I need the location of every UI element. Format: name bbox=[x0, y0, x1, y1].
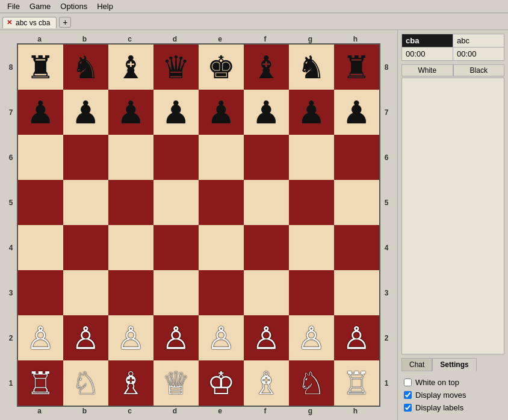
square[interactable]: ♘ bbox=[289, 360, 334, 406]
square[interactable] bbox=[244, 225, 289, 270]
square[interactable] bbox=[289, 180, 334, 225]
square[interactable]: ♟ bbox=[63, 90, 108, 135]
square[interactable] bbox=[153, 180, 199, 225]
square[interactable] bbox=[18, 225, 63, 270]
player-white-time: 00:00 bbox=[453, 48, 504, 61]
square[interactable]: ♟ bbox=[199, 90, 244, 135]
board-with-labels: a b c d e f g h 8 7 6 5 4 3 2 1 bbox=[5, 35, 392, 415]
square[interactable] bbox=[108, 270, 153, 315]
rank-8-right: 8 bbox=[380, 45, 392, 90]
tab-close-icon[interactable]: ✕ bbox=[7, 19, 12, 26]
file-label-f-top: f bbox=[243, 35, 288, 43]
main-area: a b c d e f g h 8 7 6 5 4 3 2 1 bbox=[0, 30, 508, 420]
settings-tab[interactable]: Settings bbox=[432, 358, 476, 371]
square[interactable]: ♞ bbox=[63, 45, 108, 90]
file-label-c-top: c bbox=[107, 35, 152, 43]
square[interactable]: ♗ bbox=[108, 360, 153, 406]
square[interactable] bbox=[153, 135, 199, 180]
square[interactable]: ♟ bbox=[18, 90, 63, 135]
square[interactable]: ♗ bbox=[244, 360, 289, 406]
square[interactable]: ♜ bbox=[334, 45, 379, 90]
square[interactable]: ♟ bbox=[289, 90, 334, 135]
menu-game[interactable]: Game bbox=[25, 1, 55, 12]
square[interactable]: ♛ bbox=[153, 45, 199, 90]
square[interactable] bbox=[289, 225, 334, 270]
display-labels-checkbox[interactable] bbox=[404, 404, 412, 412]
square[interactable]: ♘ bbox=[63, 360, 108, 406]
tab-label: abc vs cba bbox=[16, 19, 50, 27]
square[interactable] bbox=[334, 270, 379, 315]
square[interactable]: ♝ bbox=[244, 45, 289, 90]
chess-board[interactable]: ♜♞♝♛♚♝♞♜♟♟♟♟♟♟♟♟♙♙♙♙♙♙♙♙♖♘♗♕♔♗♘♖ bbox=[17, 43, 380, 407]
black-col-header: Black bbox=[453, 64, 505, 76]
square[interactable] bbox=[289, 135, 334, 180]
square[interactable] bbox=[289, 270, 334, 315]
square[interactable]: ♚ bbox=[199, 45, 244, 90]
square[interactable] bbox=[18, 180, 63, 225]
white-on-top-checkbox[interactable] bbox=[404, 378, 412, 386]
white-col-header: White bbox=[401, 64, 453, 76]
square[interactable] bbox=[18, 135, 63, 180]
moves-area[interactable] bbox=[401, 78, 504, 354]
square[interactable]: ♔ bbox=[199, 360, 244, 406]
square[interactable] bbox=[63, 270, 108, 315]
square[interactable] bbox=[63, 225, 108, 270]
square[interactable]: ♟ bbox=[153, 90, 199, 135]
square[interactable]: ♖ bbox=[334, 360, 379, 406]
square[interactable] bbox=[334, 135, 379, 180]
square[interactable]: ♜ bbox=[18, 45, 63, 90]
square[interactable] bbox=[63, 180, 108, 225]
square[interactable]: ♝ bbox=[108, 45, 153, 90]
square[interactable]: ♙ bbox=[199, 315, 244, 360]
rank-4-right: 4 bbox=[380, 225, 392, 270]
square[interactable]: ♙ bbox=[18, 315, 63, 360]
menu-options[interactable]: Options bbox=[55, 1, 92, 12]
square[interactable]: ♞ bbox=[289, 45, 334, 90]
square[interactable]: ♟ bbox=[334, 90, 379, 135]
game-tab[interactable]: ✕ abc vs cba bbox=[2, 17, 57, 28]
display-moves-checkbox[interactable] bbox=[404, 391, 412, 399]
square[interactable] bbox=[334, 225, 379, 270]
menubar: File Game Options Help bbox=[0, 0, 508, 13]
square[interactable]: ♙ bbox=[108, 315, 153, 360]
square[interactable] bbox=[334, 180, 379, 225]
square[interactable]: ♙ bbox=[334, 315, 379, 360]
square[interactable]: ♙ bbox=[153, 315, 199, 360]
chat-tab[interactable]: Chat bbox=[401, 358, 432, 371]
file-label-h-top: h bbox=[333, 35, 378, 43]
square[interactable]: ♖ bbox=[18, 360, 63, 406]
square[interactable]: ♕ bbox=[153, 360, 199, 406]
square[interactable] bbox=[244, 135, 289, 180]
new-tab-button[interactable]: + bbox=[59, 17, 71, 28]
rank-2-right: 2 bbox=[380, 315, 392, 360]
square[interactable] bbox=[244, 270, 289, 315]
menu-file[interactable]: File bbox=[2, 1, 25, 12]
square[interactable]: ♙ bbox=[244, 315, 289, 360]
board-area: a b c d e f g h 8 7 6 5 4 3 2 1 bbox=[0, 30, 397, 420]
square[interactable] bbox=[199, 135, 244, 180]
square[interactable] bbox=[108, 180, 153, 225]
square[interactable]: ♟ bbox=[108, 90, 153, 135]
file-label-e-top: e bbox=[197, 35, 243, 43]
square[interactable] bbox=[63, 135, 108, 180]
square[interactable] bbox=[244, 180, 289, 225]
white-on-top-setting: White on top bbox=[403, 376, 503, 389]
square[interactable] bbox=[108, 135, 153, 180]
square[interactable] bbox=[153, 225, 199, 270]
square[interactable] bbox=[199, 225, 244, 270]
square[interactable] bbox=[108, 225, 153, 270]
square[interactable] bbox=[199, 180, 244, 225]
file-label-d-bottom: d bbox=[152, 407, 197, 415]
square[interactable] bbox=[199, 270, 244, 315]
menu-help[interactable]: Help bbox=[92, 1, 118, 12]
display-labels-label: Display labels bbox=[415, 403, 463, 412]
display-moves-label: Display moves bbox=[415, 391, 466, 400]
square[interactable]: ♙ bbox=[63, 315, 108, 360]
square[interactable] bbox=[153, 270, 199, 315]
square[interactable]: ♟ bbox=[244, 90, 289, 135]
file-labels-bottom: a b c d e f g h bbox=[17, 407, 380, 415]
panel-tabs: Chat Settings bbox=[401, 358, 504, 371]
rank-4-left: 4 bbox=[5, 225, 17, 270]
square[interactable]: ♙ bbox=[289, 315, 334, 360]
square[interactable] bbox=[18, 270, 63, 315]
